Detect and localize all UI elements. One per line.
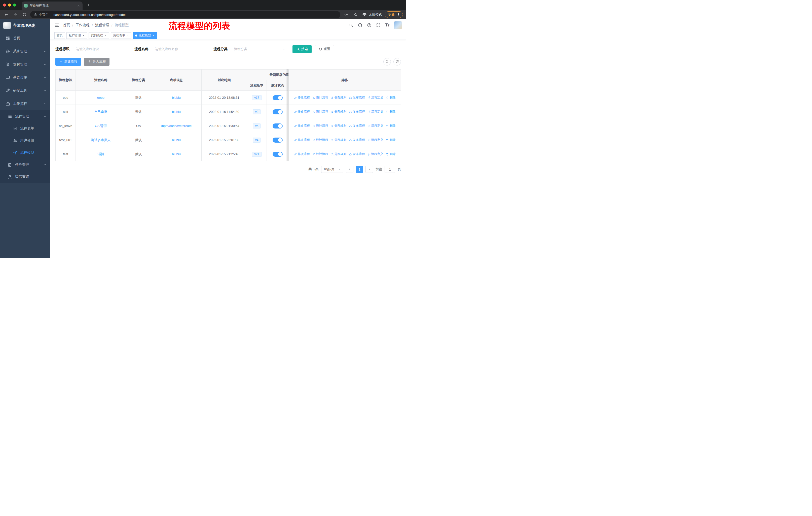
view-tag-tenant[interactable]: 租户管理 xyxy=(66,32,87,39)
active-toggle[interactable] xyxy=(272,109,283,114)
collapse-sidebar-icon[interactable] xyxy=(54,23,59,28)
import-process-button[interactable]: 导入流程 xyxy=(84,58,110,66)
search-button[interactable]: 搜索 xyxy=(292,45,312,53)
goto-page-input[interactable] xyxy=(385,166,395,173)
design-process-link[interactable]: 设计流程 xyxy=(312,96,328,100)
process-name-input[interactable] xyxy=(152,45,209,53)
process-definition-link[interactable]: 流程定义 xyxy=(368,124,383,128)
publish-process-link[interactable]: 发布流程 xyxy=(349,138,365,142)
active-toggle[interactable] xyxy=(272,152,283,157)
process-definition-link[interactable]: 流程定义 xyxy=(368,152,383,156)
key-icon[interactable] xyxy=(343,11,349,18)
breadcrumb-item[interactable]: 工作流程 xyxy=(76,23,90,27)
view-tag-process-model[interactable]: 流程模型 xyxy=(133,32,157,39)
delete-link[interactable]: 删除 xyxy=(386,110,396,114)
model-name-link[interactable]: eeee xyxy=(97,96,105,100)
reset-button[interactable]: 重置 xyxy=(315,45,334,53)
design-process-link[interactable]: 设计流程 xyxy=(312,138,328,142)
design-process-link[interactable]: 设计流程 xyxy=(312,110,328,114)
design-process-link[interactable]: 设计流程 xyxy=(312,124,328,128)
assign-rule-link[interactable]: 分配规则 xyxy=(331,110,347,114)
refresh-table-button[interactable] xyxy=(394,58,401,65)
url-text[interactable]: dashboard.yudao.iocoder.cn/bpm/manager/m… xyxy=(53,13,125,17)
sidebar-item-devtools[interactable]: 研发工具 xyxy=(0,84,50,97)
github-icon[interactable] xyxy=(358,23,362,27)
sidebar-item-home[interactable]: 首页 xyxy=(0,32,50,45)
edit-process-link[interactable]: 修改流程 xyxy=(294,138,310,142)
view-tag-process-form[interactable]: 流程表单 xyxy=(111,32,132,39)
page-number-1[interactable]: 1 xyxy=(356,166,363,173)
sidebar-item-task-mgmt[interactable]: 任务管理 xyxy=(0,159,50,171)
toggle-search-button[interactable] xyxy=(383,58,391,65)
form-info-link[interactable]: biubiu xyxy=(172,110,181,114)
delete-link[interactable]: 删除 xyxy=(386,152,396,156)
window-controls[interactable] xyxy=(3,3,16,6)
breadcrumb-item[interactable]: 流程管理 xyxy=(95,23,109,27)
form-info-link[interactable]: biubiu xyxy=(172,96,181,100)
sidebar-item-process-form[interactable]: 流程表单 xyxy=(0,123,50,135)
model-name-link[interactable]: OA 请假 xyxy=(95,124,107,128)
form-info-link[interactable]: /bpm/oa/leave/create xyxy=(161,124,192,128)
form-info-link[interactable]: biubiu xyxy=(172,138,181,142)
publish-process-link[interactable]: 发布流程 xyxy=(349,124,365,128)
page-size-select[interactable]: 10条/页 xyxy=(321,166,343,173)
model-name-link[interactable]: 测试多审批人 xyxy=(91,138,111,142)
font-size-icon[interactable]: TT xyxy=(385,23,389,27)
user-avatar[interactable] xyxy=(394,21,402,29)
close-icon[interactable] xyxy=(82,34,85,37)
assign-rule-link[interactable]: 分配规则 xyxy=(331,152,347,156)
new-tab-button[interactable] xyxy=(85,1,92,8)
sidebar-item-workflow[interactable]: 工作流程 xyxy=(0,97,50,110)
tab-close-icon[interactable] xyxy=(77,4,80,7)
edit-process-link[interactable]: 修改流程 xyxy=(294,96,310,100)
publish-process-link[interactable]: 发布流程 xyxy=(349,152,365,156)
breadcrumb-item[interactable]: 首页 xyxy=(63,23,70,27)
assign-rule-link[interactable]: 分配规则 xyxy=(331,96,347,100)
delete-link[interactable]: 删除 xyxy=(386,138,396,142)
model-name-link[interactable]: 滔博 xyxy=(98,152,104,156)
edit-process-link[interactable]: 修改流程 xyxy=(294,110,310,114)
help-icon[interactable] xyxy=(367,23,372,27)
design-process-link[interactable]: 设计流程 xyxy=(312,152,328,156)
bookmark-star-icon[interactable] xyxy=(352,11,359,18)
delete-link[interactable]: 删除 xyxy=(386,96,396,100)
sidebar-item-user-group[interactable]: 用户分组 xyxy=(0,135,50,147)
maximize-window-button[interactable] xyxy=(13,3,16,6)
forward-button[interactable] xyxy=(12,11,19,18)
close-icon[interactable] xyxy=(105,34,107,37)
active-toggle[interactable] xyxy=(272,95,283,100)
process-definition-link[interactable]: 流程定义 xyxy=(368,138,383,142)
address-bar[interactable]: 不安全 | dashboard.yudao.iocoder.cn/bpm/man… xyxy=(30,11,340,18)
form-info-link[interactable]: biubiu xyxy=(172,152,181,156)
minimize-window-button[interactable] xyxy=(8,3,11,6)
reload-button[interactable] xyxy=(21,11,28,18)
close-icon[interactable] xyxy=(126,34,129,37)
back-button[interactable] xyxy=(3,11,9,18)
edit-process-link[interactable]: 修改流程 xyxy=(294,124,310,128)
process-category-select[interactable]: 流程分类 xyxy=(231,45,288,53)
process-definition-link[interactable]: 流程定义 xyxy=(368,110,383,114)
search-icon[interactable] xyxy=(349,23,353,27)
edit-process-link[interactable]: 修改流程 xyxy=(294,152,310,156)
kebab-menu-icon[interactable] xyxy=(397,12,401,17)
sidebar-item-leave-query[interactable]: 请假查询 xyxy=(0,171,50,183)
browser-update-button[interactable]: 更新 xyxy=(385,11,403,18)
sidebar-item-infra[interactable]: 基础设施 xyxy=(0,71,50,84)
view-tag-home[interactable]: 首页 xyxy=(54,32,65,39)
publish-process-link[interactable]: 发布流程 xyxy=(349,96,365,100)
publish-process-link[interactable]: 发布流程 xyxy=(349,110,365,114)
active-toggle[interactable] xyxy=(272,138,283,143)
assign-rule-link[interactable]: 分配规则 xyxy=(331,124,347,128)
app-logo-row[interactable]: 芋道管理系统 xyxy=(0,19,50,32)
process-id-input[interactable] xyxy=(73,45,130,53)
delete-link[interactable]: 删除 xyxy=(386,124,396,128)
sidebar-item-process-model[interactable]: 流程模型 xyxy=(0,147,50,159)
security-status[interactable]: 不安全 xyxy=(34,12,49,17)
assign-rule-link[interactable]: 分配规则 xyxy=(331,138,347,142)
create-process-button[interactable]: 新建流程 xyxy=(55,58,81,66)
next-page-button[interactable] xyxy=(366,166,373,173)
browser-tab[interactable]: 芋道管理系统 xyxy=(22,1,83,10)
model-name-link[interactable]: 自己审批 xyxy=(94,110,108,114)
sidebar-item-system[interactable]: 系统管理 xyxy=(0,45,50,58)
view-tag-my-process[interactable]: 我的流程 xyxy=(89,32,109,39)
